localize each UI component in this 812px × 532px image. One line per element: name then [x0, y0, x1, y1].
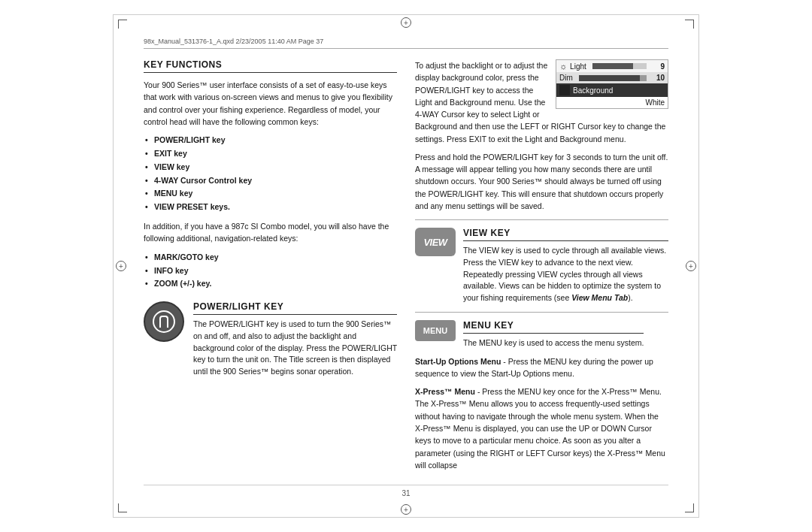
view-key-content: VIEW KEY The VIEW key is used to cycle t…: [463, 228, 668, 304]
bullet-exit: EXIT key: [154, 147, 397, 161]
light-value: 9: [653, 62, 665, 71]
bullet-info: INFO key: [154, 264, 397, 278]
reg-mark-left: [116, 261, 126, 271]
sun-icon: ☼: [559, 62, 567, 71]
power-light-section: POWER/LIGHT KEY The POWER/LIGHT key is u…: [144, 301, 397, 378]
right-column: ☼ Light 9 Dim 10: [415, 59, 668, 477]
dim-value: 10: [653, 74, 665, 82]
reg-mark-bottom: [401, 504, 411, 515]
header-filename: 98x_Manual_531376-1_A.qxd 2/23/2005 11:4…: [144, 38, 323, 45]
key-functions-intro: Your 900 Series™ user interface consists…: [144, 79, 397, 128]
menu-key-icon: MENU: [415, 320, 456, 341]
bullet-view: VIEW key: [154, 161, 397, 174]
power-icon-inner: [153, 310, 175, 333]
crop-mark-bl: [118, 503, 127, 512]
bullet-power-light: POWER/LIGHT key: [154, 134, 397, 147]
bg-icon: [559, 85, 570, 95]
page-number: 31: [401, 489, 410, 497]
divider-view: [415, 219, 668, 220]
crop-mark-tr: [685, 20, 694, 29]
view-key-title: VIEW KEY: [463, 228, 668, 241]
dim-label: Dim: [559, 74, 573, 82]
power-light-body: The POWER/LIGHT key is used to turn the …: [193, 319, 397, 378]
xpress-body: - Press the MENU key once for the X-Pres…: [415, 387, 665, 470]
view-key-icon: VIEW: [415, 228, 456, 256]
bullet-view-preset: VIEW PRESET keys.: [154, 201, 397, 214]
menu-key-content: MENU KEY The MENU key is used to access …: [463, 320, 644, 349]
crop-mark-br: [685, 503, 694, 512]
light-row: ☼ Light 9: [556, 60, 668, 72]
view-body-end: ).: [628, 293, 632, 302]
nav-bullets: MARK/GOTO key INFO key ZOOM (+/-) key.: [144, 251, 397, 292]
key-functions-bullets: POWER/LIGHT key EXIT key VIEW key 4-WAY …: [144, 134, 397, 214]
crop-mark-tl: [118, 20, 127, 29]
startup-text: Start-Up Options Menu - Press the MENU k…: [415, 355, 668, 380]
bg-row: Background: [556, 83, 668, 97]
startup-label: Start-Up Options Menu: [415, 357, 501, 366]
page-footer: 31: [144, 485, 668, 497]
view-body-italic: View Menu Tab: [571, 293, 628, 302]
page-header: 98x_Manual_531376-1_A.qxd 2/23/2005 11:4…: [144, 38, 668, 49]
backlight-area: ☼ Light 9 Dim 10: [415, 59, 668, 151]
page-container: 98x_Manual_531376-1_A.qxd 2/23/2005 11:4…: [113, 14, 699, 518]
menu-key-section: MENU MENU KEY The MENU key is used to ac…: [415, 320, 668, 349]
addition-text: In addition, if you have a 987c SI Combo…: [144, 220, 397, 245]
reg-mark-top: [401, 17, 411, 28]
bullet-mark-goto: MARK/GOTO key: [154, 251, 397, 264]
light-bar: [592, 63, 633, 69]
dim-row: Dim 10: [556, 72, 668, 83]
view-key-body: The VIEW key is used to cycle through al…: [463, 245, 668, 304]
bullet-zoom: ZOOM (+/-) key.: [154, 277, 397, 291]
dim-bar: [579, 75, 640, 81]
power-hold-text: Press and hold the POWER/LIGHT key for 3…: [415, 151, 668, 212]
divider-menu: [415, 312, 668, 313]
power-light-title: POWER/LIGHT KEY: [193, 301, 397, 315]
key-functions-title: KEY FUNCTIONS: [144, 59, 397, 73]
backlight-panel: ☼ Light 9 Dim 10: [556, 59, 668, 109]
white-row: White: [556, 97, 668, 108]
menu-key-title: MENU KEY: [463, 320, 644, 334]
view-body-text: The VIEW key is used to cycle through al…: [463, 246, 666, 302]
menu-key-body: The MENU key is used to access the menu …: [463, 337, 644, 349]
bullet-menu: MENU key: [154, 187, 397, 201]
view-key-section: VIEW VIEW KEY The VIEW key is used to cy…: [415, 228, 668, 304]
bullet-4way: 4-WAY Cursor Control key: [154, 174, 397, 188]
power-light-icon: [144, 301, 184, 342]
bg-label: Background: [573, 86, 613, 95]
xpress-label: X-Press™ Menu: [415, 387, 475, 396]
left-column: KEY FUNCTIONS Your 900 Series™ user inte…: [144, 59, 397, 477]
white-label: White: [645, 98, 665, 107]
power-light-content: POWER/LIGHT KEY The POWER/LIGHT key is u…: [193, 301, 397, 378]
xpress-text: X-Press™ Menu - Press the MENU key once …: [415, 385, 668, 471]
main-content: KEY FUNCTIONS Your 900 Series™ user inte…: [144, 59, 668, 477]
reg-mark-right: [686, 261, 696, 271]
light-label: Light: [570, 62, 586, 71]
